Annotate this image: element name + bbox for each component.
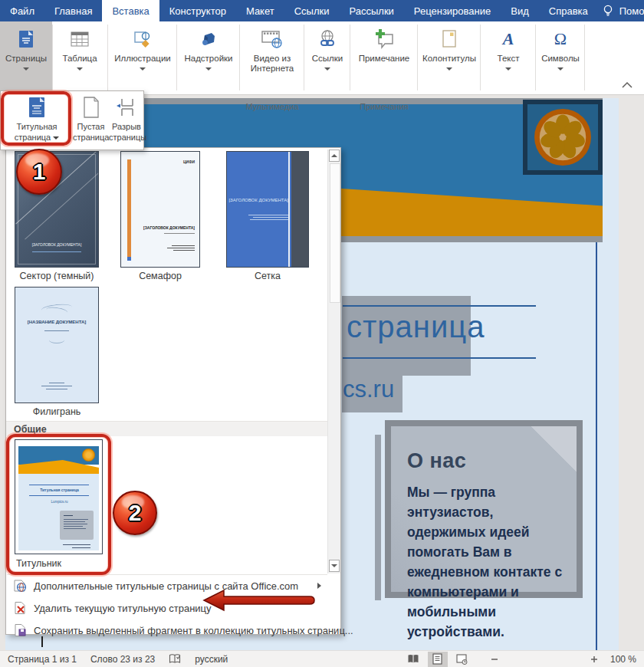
annotation-badge-2: 2	[113, 491, 157, 535]
lightbulb-icon	[603, 5, 613, 17]
online-video-button[interactable]: Видео из Интернета	[241, 21, 304, 94]
links-icon	[317, 28, 337, 51]
chevron-down-icon	[505, 67, 511, 71]
word-count[interactable]: Слово 23 из 23	[90, 654, 155, 665]
orange-logo-frame[interactable]	[523, 100, 603, 175]
web-layout-button[interactable]	[452, 652, 472, 667]
selection-strip	[375, 435, 381, 600]
gallery-item-grid[interactable]: [ЗАГОЛОВОК ДОКУМЕНТА]	[226, 151, 309, 268]
tab-design[interactable]: Конструктор	[159, 0, 236, 21]
table-icon	[70, 28, 90, 51]
scroll-up-button[interactable]	[329, 150, 340, 162]
gallery-item-filigree[interactable]: [НАЗВАНИЕ ДОКУМЕНТА]	[15, 287, 99, 403]
tab-help[interactable]: Справка	[539, 0, 598, 21]
links-button[interactable]: Ссылки	[305, 21, 350, 94]
comment-icon	[373, 28, 396, 51]
chevron-down-icon	[324, 67, 330, 71]
pages-icon	[17, 28, 35, 51]
symbols-button[interactable]: Ω Символы	[537, 21, 584, 94]
chevron-down-icon	[446, 67, 452, 71]
scrollbar-thumb[interactable]	[330, 163, 340, 303]
illustrations-button[interactable]: Иллюстрации	[109, 21, 176, 94]
blank-page-item[interactable]: Пустая страница	[73, 93, 109, 148]
tab-home[interactable]: Главная	[44, 0, 102, 21]
tell-me-assistant[interactable]: Помощн	[618, 5, 644, 17]
cover-site-fragment[interactable]: cs.ru	[343, 376, 394, 403]
page-break-icon	[116, 96, 137, 119]
text-button[interactable]: A Текст	[481, 21, 535, 94]
about-heading: О нас	[407, 449, 577, 473]
annotation-badge-1: 1	[16, 149, 62, 195]
table-button[interactable]: Таблица	[52, 21, 107, 94]
zoom-out-button[interactable]	[485, 652, 504, 667]
addins-icon	[199, 28, 219, 51]
symbols-icon: Ω	[554, 28, 567, 51]
chevron-down-icon	[140, 67, 146, 71]
annotation-arrow	[198, 586, 317, 615]
about-paragraph: Мы — группа энтузиастов, одержимых идеей…	[407, 482, 571, 642]
tab-layout[interactable]: Макет	[236, 0, 284, 21]
group-label-comments: Примечания	[351, 102, 417, 111]
gallery-item-semaphore[interactable]: ЦИФИ [ЗАГОЛОВОК ДОКУМЕНТА]	[120, 151, 200, 268]
text-boundary-line	[596, 242, 597, 650]
collapse-ribbon-icon[interactable]	[621, 81, 633, 89]
pages-button[interactable]: Страницы	[0, 21, 52, 94]
chevron-down-icon	[205, 67, 212, 71]
about-textbox[interactable]: О нас Мы — группа энтузиастов, одержимых…	[385, 420, 583, 598]
delete-cover-icon	[13, 601, 27, 615]
gallery-scrollbar[interactable]	[327, 150, 340, 573]
proofing-icon[interactable]	[169, 653, 181, 665]
print-layout-button[interactable]	[428, 652, 448, 667]
save-gallery-icon	[13, 623, 27, 637]
submenu-arrow-icon	[317, 583, 321, 589]
word-window: страница cs.ru О нас Мы — группа энтузиа…	[0, 0, 644, 667]
annotation-rect-titulnik	[6, 434, 111, 575]
chevron-down-icon	[557, 67, 564, 71]
tab-file[interactable]: Файл	[0, 0, 44, 21]
title-rule-top	[343, 305, 536, 307]
cover-title-fragment[interactable]: страница	[347, 310, 485, 344]
orange-slice-icon	[531, 105, 595, 169]
addins-button[interactable]: Надстройки	[178, 21, 239, 94]
scroll-down-button[interactable]	[329, 560, 340, 572]
menu-save-selection-gallery[interactable]: Сохранить выделенный фрагмент в коллекци…	[7, 621, 327, 639]
page-count[interactable]: Страница 1 из 1	[8, 654, 77, 665]
language[interactable]: русский	[195, 654, 228, 665]
ribbon: Страницы Таблица Иллюстрации Надстройки	[0, 21, 644, 95]
tab-mailings[interactable]: Рассылки	[339, 0, 403, 21]
tab-view[interactable]: Вид	[501, 0, 539, 21]
blank-page-icon	[82, 96, 100, 119]
tab-review[interactable]: Рецензирование	[404, 0, 501, 21]
online-video-icon	[261, 28, 284, 51]
header-footer-button[interactable]: Колонтитулы	[419, 21, 480, 94]
tab-references[interactable]: Ссылки	[284, 0, 340, 21]
tab-insert[interactable]: Вставка	[102, 0, 159, 21]
read-mode-button[interactable]	[403, 652, 423, 667]
group-label-media: Мультимедиа	[241, 102, 304, 111]
illustrations-icon	[133, 28, 153, 51]
header-footer-icon	[441, 28, 458, 51]
ribbon-tab-bar: Файл Главная Вставка Конструктор Макет С…	[0, 0, 644, 21]
annotation-rect-cover-button	[1, 91, 71, 146]
chevron-down-icon	[77, 67, 83, 71]
zoom-in-button[interactable]	[584, 652, 604, 667]
zoom-level[interactable]: 100 %	[610, 654, 636, 665]
comment-button[interactable]: Примечание	[351, 21, 417, 94]
title-rule-bottom	[343, 357, 536, 359]
chevron-down-icon	[23, 67, 29, 71]
status-bar: Страница 1 из 1 Слово 23 из 23 русский 1…	[0, 650, 644, 667]
office-com-icon	[13, 579, 27, 593]
text-icon: A	[503, 28, 514, 51]
page-break-item[interactable]: Разрыв страницы	[109, 93, 144, 148]
